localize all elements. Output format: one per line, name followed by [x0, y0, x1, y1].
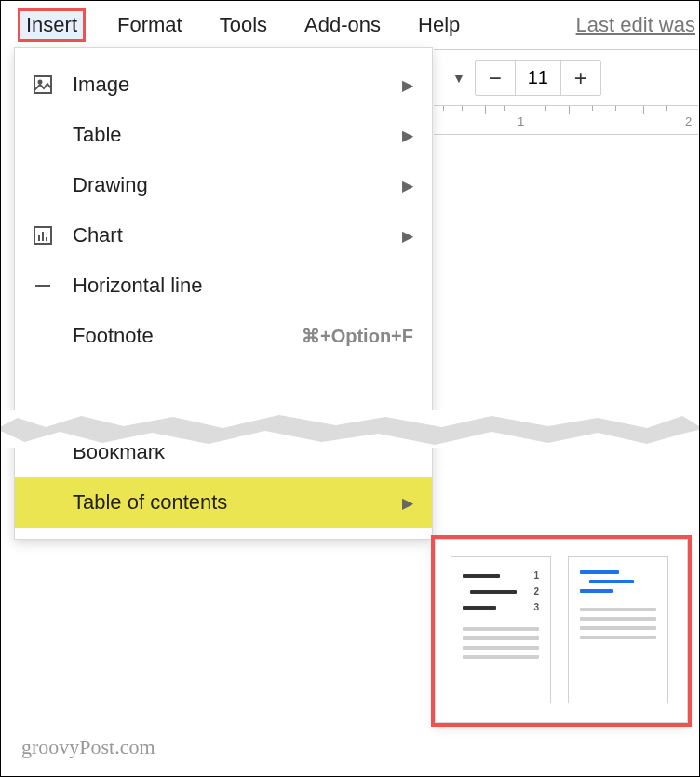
image-icon: [32, 74, 73, 96]
menu-item-footnote[interactable]: Footnote ⌘+Option+F: [15, 311, 432, 361]
toc-submenu: 1 2 3: [435, 539, 688, 723]
menu-item-drawing[interactable]: Drawing ▶: [15, 160, 432, 210]
chart-icon: [32, 224, 73, 247]
menubar: Insert Format Tools Add-ons Help Last ed…: [1, 1, 699, 49]
toc-option-blue-links[interactable]: [568, 556, 668, 703]
insert-dropdown-menu: Image ▶ Table ▶ Drawing ▶ Chart ▶ Horizo…: [14, 47, 433, 540]
menu-item-image[interactable]: Image ▶: [15, 60, 432, 110]
font-size-control: − 11 +: [475, 60, 601, 96]
toolbar-fragment: ▼ − 11 +: [434, 49, 698, 105]
menu-item-label: Table of contents: [73, 490, 402, 515]
font-size-increase-button[interactable]: +: [561, 61, 600, 95]
torn-edge-graphic: [1, 410, 699, 448]
menu-item-label: Table: [73, 123, 402, 147]
menu-addons[interactable]: Add-ons: [299, 9, 386, 41]
menu-item-chart[interactable]: Chart ▶: [15, 210, 432, 261]
ruler-mark-2: 2: [685, 114, 692, 128]
menu-shortcut: ⌘+Option+F: [302, 325, 413, 347]
font-size-decrease-button[interactable]: −: [476, 61, 515, 95]
toc-option-page-numbers[interactable]: 1 2 3: [451, 556, 551, 703]
chevron-right-icon: ▶: [402, 177, 413, 194]
font-size-value[interactable]: 11: [515, 61, 561, 95]
menu-item-label: Image: [73, 73, 402, 97]
last-edit-link[interactable]: Last edit was: [576, 13, 695, 37]
menu-item-label: Chart: [73, 223, 402, 248]
menu-format[interactable]: Format: [112, 9, 188, 41]
chevron-right-icon: ▶: [402, 127, 413, 144]
menu-tools[interactable]: Tools: [214, 9, 273, 41]
menu-item-table-of-contents[interactable]: Table of contents ▶: [15, 477, 432, 528]
menu-help[interactable]: Help: [412, 9, 465, 41]
menu-item-label: Drawing: [73, 173, 402, 197]
ruler-mark-1: 1: [518, 114, 524, 128]
watermark-text: groovyPost.com: [21, 735, 155, 759]
chevron-right-icon: ▶: [402, 76, 413, 94]
ruler: 1 2: [434, 105, 698, 135]
menu-insert[interactable]: Insert: [18, 8, 86, 42]
menu-item-label: Horizontal line: [73, 274, 413, 298]
toolbar-dropdown-arrow-icon[interactable]: ▼: [452, 71, 465, 86]
menu-item-table[interactable]: Table ▶: [15, 110, 432, 160]
menu-item-horizontal-line[interactable]: Horizontal line: [15, 261, 432, 311]
horizontal-line-icon: [32, 275, 73, 297]
chevron-right-icon: ▶: [402, 227, 413, 245]
chevron-right-icon: ▶: [402, 494, 413, 512]
svg-point-1: [39, 81, 42, 84]
menu-item-label: Footnote: [73, 324, 302, 348]
